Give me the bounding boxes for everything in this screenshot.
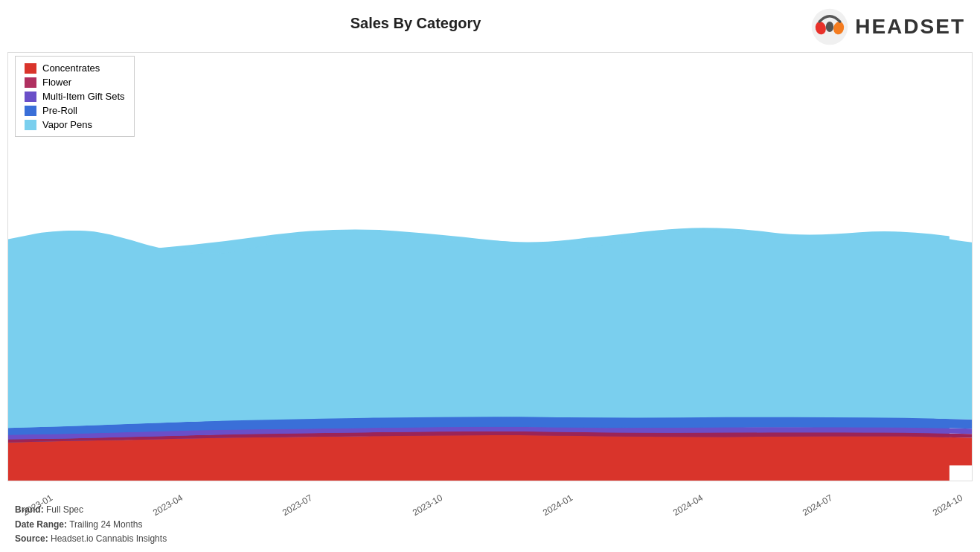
legend-color-pre-roll [25, 106, 36, 116]
x-label-3: 2023-10 [411, 492, 444, 518]
legend-color-concentrates [25, 63, 36, 74]
source-value: Headset.io Cannabis Insights [51, 533, 167, 544]
footer-brand: Brand: Full Spec [15, 503, 167, 517]
legend-color-vapor-pens [25, 120, 36, 130]
source-label: Source: [15, 533, 48, 544]
x-label-6: 2024-07 [801, 492, 834, 518]
legend-item-pre-roll: Pre-Roll [25, 105, 125, 116]
legend-item-flower: Flower [25, 77, 125, 88]
legend-label-multi-item: Multi-Item Gift Sets [42, 91, 125, 102]
page-container: HEADSET Sales By Category [0, 0, 980, 552]
legend-label-flower: Flower [42, 77, 71, 88]
legend-item-vapor-pens: Vapor Pens [25, 119, 125, 130]
legend-label-vapor-pens: Vapor Pens [42, 119, 92, 130]
chart-title: Sales By Category [0, 15, 831, 32]
footer-info: Brand: Full Spec Date Range: Trailing 24… [15, 503, 167, 546]
x-label-7: 2024-10 [931, 492, 964, 518]
legend-label-pre-roll: Pre-Roll [42, 105, 77, 116]
vapor-pens-fill [8, 229, 972, 428]
x-label-4: 2024-01 [541, 492, 574, 518]
legend-color-multi-item [25, 92, 36, 102]
date-range-label: Date Range: [15, 519, 67, 530]
x-label-5: 2024-04 [670, 492, 704, 518]
legend: Concentrates Flower Multi-Item Gift Sets… [15, 56, 135, 137]
date-range-value: Trailing 24 Months [69, 519, 142, 530]
x-label-2: 2023-07 [281, 492, 314, 518]
logo-text: HEADSET [855, 15, 965, 39]
footer-date-range: Date Range: Trailing 24 Months [15, 518, 167, 532]
legend-item-multi-item: Multi-Item Gift Sets [25, 91, 125, 102]
header-logo: HEADSET [810, 7, 965, 46]
footer-source: Source: Headset.io Cannabis Insights [15, 532, 167, 546]
brand-value: Full Spec [46, 504, 83, 515]
concentrates-fill [8, 435, 972, 465]
legend-color-flower [25, 77, 36, 88]
legend-item-concentrates: Concentrates [25, 62, 125, 74]
chart-svg-main [8, 53, 972, 481]
brand-label: Brand: [15, 504, 44, 515]
chart-area [7, 52, 973, 481]
legend-label-concentrates: Concentrates [42, 62, 100, 74]
